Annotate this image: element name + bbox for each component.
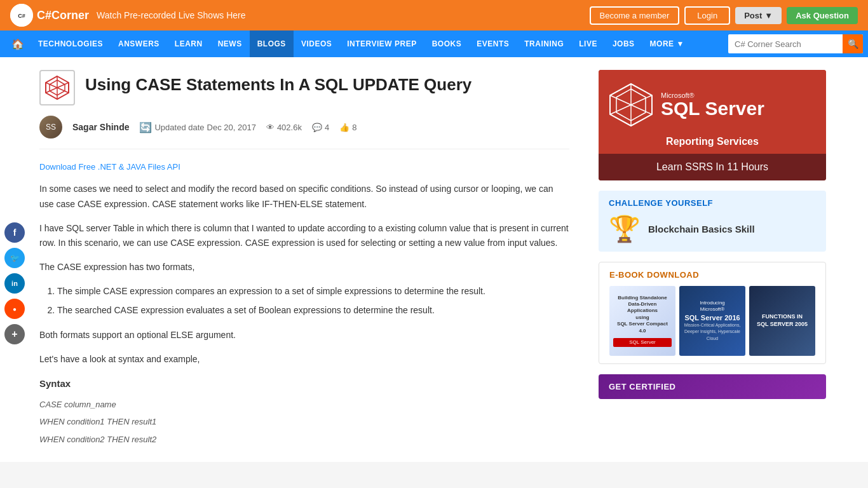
list-item-2: The searched CASE expression evaluates a…: [57, 303, 569, 317]
updated-date: Dec 20, 2017: [207, 123, 256, 132]
paragraph-example: Let's have a look at syntax and example,: [39, 352, 569, 367]
book1-brand: SQL Server: [613, 338, 672, 347]
post-label: Post: [744, 11, 762, 20]
download-link[interactable]: Download Free .NET & JAVA Files API: [39, 162, 569, 172]
sql-ad[interactable]: Microsoft® SQL Server Reporting Services…: [599, 70, 826, 180]
reporting-services-label: Reporting Services: [666, 136, 759, 147]
syntax-title: Syntax: [39, 376, 569, 392]
article-header: Using CASE Statements In A SQL UPDATE Qu…: [39, 70, 569, 105]
views-icon: 👁: [266, 123, 275, 132]
nav-home[interactable]: 🏠: [5, 30, 31, 57]
updated-label: Updated date: [154, 123, 204, 132]
nav-more[interactable]: More ▼: [642, 30, 692, 57]
challenge-section[interactable]: CHALLENGE YOURSELF 🏆 Blockchain Basics S…: [599, 191, 826, 252]
cert-section[interactable]: GET CERTIFIED: [599, 374, 826, 399]
update-icon: 🔄: [139, 121, 152, 133]
author-name[interactable]: Sagar Shinde: [72, 122, 129, 132]
trophy-icon: 🏆: [609, 214, 641, 244]
facebook-share-button[interactable]: f: [4, 222, 25, 243]
nav-training[interactable]: Training: [517, 30, 571, 57]
ebook-book-2[interactable]: IntroducingMicrosoft®SQL Server 2016Miss…: [679, 286, 745, 356]
challenge-title: CHALLENGE YOURSELF: [609, 198, 816, 208]
code-line-1: CASE column_name: [39, 397, 569, 412]
ebook-book-1[interactable]: Building StandaloneData-Driven Applicati…: [609, 286, 675, 356]
nav-live[interactable]: Live: [571, 30, 605, 57]
article-title: Using CASE Statements In A SQL UPDATE Qu…: [85, 75, 471, 95]
chevron-down-icon: ▼: [677, 39, 684, 48]
challenge-skill: Blockchain Basics Skill: [648, 224, 755, 234]
nav-videos[interactable]: Videos: [294, 30, 339, 57]
code-line-2: WHEN condition1 THEN result1: [39, 414, 569, 429]
chevron-down-icon: ▼: [764, 11, 773, 20]
book1-title: Building StandaloneData-Driven Applicati…: [613, 295, 672, 334]
ebook-section: E-BOOK DOWNLOAD Building StandaloneData-…: [599, 262, 826, 364]
become-member-button[interactable]: Become a member: [590, 6, 680, 25]
nav-blogs[interactable]: Blogs: [250, 30, 294, 57]
nav-books[interactable]: Books: [424, 30, 470, 57]
meta-views: 👁 402.6k: [266, 123, 302, 132]
cert-title: GET CERTIFIED: [609, 382, 816, 391]
search-input[interactable]: [728, 39, 843, 49]
sql-ad-top: Microsoft® SQL Server: [599, 70, 826, 133]
linkedin-share-button[interactable]: in: [4, 273, 25, 294]
svg-text:C#: C#: [18, 13, 25, 19]
meta-updated: 🔄 Updated date Dec 20, 2017: [139, 121, 255, 133]
nav-interview-prep[interactable]: Interview Prep: [339, 30, 424, 57]
top-banner: C# C#Corner Watch Pre-recorded Live Show…: [0, 0, 868, 30]
login-button[interactable]: Login: [684, 6, 730, 25]
meta-likes: 👍 8: [339, 123, 356, 132]
nav-events[interactable]: Events: [469, 30, 517, 57]
likes-icon: 👍: [339, 123, 349, 132]
ebook-title: E-BOOK DOWNLOAD: [609, 270, 815, 280]
more-share-button[interactable]: +: [4, 324, 25, 344]
nav-learn[interactable]: Learn: [167, 30, 210, 57]
logo-area[interactable]: C# C#Corner: [10, 4, 89, 27]
nav-bar: 🏠 Technologies Answers Learn News Blogs …: [0, 30, 868, 57]
paragraph-3: The CASE expression has two formats,: [39, 260, 569, 275]
sql-ad-bottom: Learn SSRS In 11 Hours: [599, 154, 826, 180]
logo-text: C#Corner: [37, 9, 89, 22]
nav-technologies[interactable]: Technologies: [31, 30, 111, 57]
banner-right: Become a member Login Post ▼ Ask Questio…: [590, 6, 858, 25]
ebook-books: Building StandaloneData-Driven Applicati…: [609, 286, 815, 356]
likes-count: 8: [352, 123, 356, 132]
paragraph-else: Both formats support an optional ELSE ar…: [39, 328, 569, 343]
nav-answers[interactable]: Answers: [111, 30, 167, 57]
comments-count: 4: [325, 123, 329, 132]
search-button[interactable]: 🔍: [843, 34, 863, 53]
nav-news[interactable]: News: [210, 30, 250, 57]
ebook-book-3[interactable]: FUNCTIONS INSQL SERVER 2005: [749, 286, 815, 356]
author-avatar: SS: [39, 116, 62, 139]
logo-icon: C#: [10, 4, 33, 27]
ask-question-button[interactable]: Ask Question: [787, 7, 858, 24]
sql-server-label: SQL Server: [661, 99, 764, 118]
book3-content: FUNCTIONS INSQL SERVER 2005: [757, 313, 808, 328]
twitter-share-button[interactable]: 🐦: [4, 248, 25, 268]
article-body: In some cases we need to select and modi…: [39, 182, 569, 447]
article-area: Using CASE Statements In A SQL UPDATE Qu…: [29, 57, 588, 462]
list-item-1: The simple CASE expression compares an e…: [57, 284, 569, 298]
views-count: 402.6k: [277, 123, 302, 132]
paragraph-2: I have SQL server Table in which there i…: [39, 221, 569, 252]
code-line-3: WHEN condition2 THEN result2: [39, 432, 569, 447]
social-sidebar: f 🐦 in ● +: [0, 57, 29, 462]
post-button[interactable]: Post ▼: [735, 7, 782, 24]
article-meta: SS Sagar Shinde 🔄 Updated date Dec 20, 2…: [39, 116, 569, 149]
comments-icon: 💬: [312, 123, 322, 132]
book2-content: IntroducingMicrosoft®SQL Server 2016Miss…: [683, 300, 742, 342]
meta-comments: 💬 4: [312, 123, 329, 132]
banner-left: C# C#Corner Watch Pre-recorded Live Show…: [10, 4, 246, 27]
banner-promo: Watch Pre-recorded Live Shows Here: [97, 10, 245, 20]
nav-jobs[interactable]: Jobs: [605, 30, 642, 57]
challenge-content: 🏆 Blockchain Basics Skill: [609, 214, 816, 244]
case-list: The simple CASE expression compares an e…: [57, 284, 569, 318]
paragraph-1: In some cases we need to select and modi…: [39, 182, 569, 212]
main-container: f 🐦 in ● + Using CASE Statements In A SQ…: [0, 57, 868, 462]
learn-ssrs-label: Learn SSRS In 11 Hours: [656, 161, 768, 172]
search-box: 🔍: [728, 34, 863, 53]
article-icon: [39, 70, 75, 105]
right-sidebar: Microsoft® SQL Server Reporting Services…: [588, 57, 836, 462]
reddit-share-button[interactable]: ●: [4, 299, 25, 319]
